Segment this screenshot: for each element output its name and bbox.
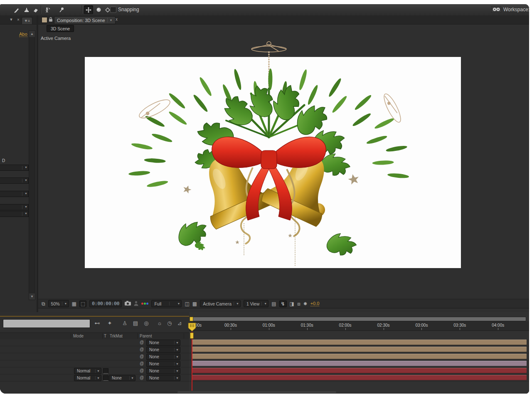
timeline-layer-row[interactable]: Normal▼None▼@None▼: [0, 374, 189, 382]
left-panel-scrollbar[interactable]: ▲ ▼: [29, 30, 35, 300]
frame-blending-icon[interactable]: ▤: [131, 319, 140, 327]
layer-duration-bar[interactable]: [192, 347, 527, 352]
pixel-aspect-icon[interactable]: ◫: [185, 301, 189, 306]
motion-blur-icon[interactable]: ◎: [141, 319, 151, 327]
transparency-grid-icon[interactable]: ▩: [192, 301, 197, 306]
workspace-icon[interactable]: [491, 5, 502, 13]
comp-flowchart-icon[interactable]: ⧈: [297, 301, 300, 306]
layer-duration-bar[interactable]: [192, 368, 527, 373]
mode-dropdown[interactable]: Normal▼: [74, 375, 101, 381]
view-layout-dropdown[interactable]: 1 View▼: [244, 300, 268, 307]
current-time-indicator[interactable]: [187, 323, 197, 332]
parent-dropdown[interactable]: None▼: [146, 375, 180, 381]
parent-dropdown[interactable]: None▼: [146, 361, 180, 367]
layer-duration-bar[interactable]: [192, 340, 527, 345]
t-toggle[interactable]: [103, 375, 108, 381]
cti-line[interactable]: [192, 332, 192, 391]
eraser-tool-button[interactable]: [32, 6, 40, 14]
snapshot-camera-icon[interactable]: [125, 301, 131, 306]
in-point-marker[interactable]: [190, 332, 194, 339]
timeline-layer-row[interactable]: @None▼: [0, 353, 189, 360]
local-axis-mode-button[interactable]: [84, 5, 93, 14]
roto-brush-tool-button[interactable]: [43, 6, 52, 14]
about-link[interactable]: Abo: [19, 32, 27, 37]
work-area-start-handle[interactable]: [190, 317, 193, 321]
time-ruler[interactable]: 00s00:30s01:00s01:30s02:00s02:30s03:00s0…: [189, 321, 529, 331]
hide-shy-layers-icon[interactable]: ♙: [120, 319, 130, 327]
panel-menu-icon[interactable]: ▼≡: [22, 17, 32, 24]
scroll-up-icon[interactable]: ▲: [29, 31, 35, 37]
layer-duration-bar[interactable]: [192, 375, 527, 380]
timeline-panel-icon[interactable]: ◨: [290, 301, 294, 306]
t-column-header[interactable]: T: [104, 334, 106, 338]
lock-icon[interactable]: [48, 17, 53, 24]
effect-dropdown[interactable]: ▼: [0, 211, 29, 217]
ruler-tick-label: 00:30s: [224, 323, 237, 328]
parent-pickwhip-icon[interactable]: @: [140, 340, 144, 345]
composition-viewer[interactable]: [85, 35, 461, 274]
auto-keyframe-icon[interactable]: ◷: [165, 319, 175, 327]
trkmat-dropdown[interactable]: None▼: [109, 375, 135, 381]
parent-pickwhip-icon[interactable]: @: [140, 368, 144, 373]
trkmat-column-header[interactable]: TrkMat: [110, 334, 123, 338]
comp-name-chip[interactable]: 3D Scene: [47, 25, 74, 32]
mode-column-header[interactable]: Mode: [73, 334, 84, 338]
effect-dropdown[interactable]: ▼: [0, 204, 29, 210]
exposure-value[interactable]: +0.0: [310, 301, 320, 306]
clone-stamp-tool-button[interactable]: [22, 6, 31, 14]
timeline-search-field[interactable]: [3, 319, 90, 328]
work-area-bar[interactable]: [192, 317, 526, 321]
parent-column-header[interactable]: Parent: [140, 334, 152, 338]
current-timecode[interactable]: 0:00:00:00: [89, 300, 122, 307]
resolution-dropdown[interactable]: Full▼: [151, 300, 182, 307]
flowchart-icon[interactable]: ⧉: [42, 301, 45, 306]
brainstorm-icon[interactable]: ☼: [155, 319, 165, 327]
parent-dropdown[interactable]: None▼: [146, 347, 180, 353]
effect-dropdown[interactable]: ▼: [0, 191, 29, 197]
parent-pickwhip-icon[interactable]: @: [140, 354, 144, 359]
magnification-dropdown[interactable]: 50%▼: [48, 300, 69, 307]
parent-dropdown[interactable]: None▼: [146, 368, 180, 374]
timeline-layer-row[interactable]: Normal▼@None▼: [0, 367, 189, 374]
grid-guides-icon[interactable]: ▦: [72, 301, 76, 306]
panel-close-icon[interactable]: ×: [16, 17, 21, 22]
tab-close-icon[interactable]: x: [116, 17, 118, 22]
fast-previews-icon[interactable]: ↯: [279, 300, 287, 307]
world-axis-mode-button[interactable]: [94, 5, 103, 14]
camera-view-dropdown[interactable]: Active Camera▼: [200, 300, 241, 307]
show-channels-icon[interactable]: [141, 303, 148, 305]
effect-dropdown[interactable]: ▼: [0, 177, 29, 184]
layer-duration-bar[interactable]: [192, 361, 527, 366]
hanger-wireframe[interactable]: [251, 42, 286, 52]
region-of-interest-icon[interactable]: ⬚: [79, 300, 86, 307]
layer-duration-bar[interactable]: [192, 354, 527, 359]
composition-tab[interactable]: Composition: 3D Scene ▼: [54, 16, 116, 24]
effect-dropdown[interactable]: ▼: [0, 165, 29, 171]
parent-pickwhip-icon[interactable]: @: [140, 347, 144, 352]
graph-editor-icon[interactable]: ⊿: [175, 319, 185, 327]
title-action-safe-icon[interactable]: ▤: [271, 301, 276, 306]
parent-pickwhip-icon[interactable]: @: [140, 361, 144, 366]
parent-dropdown[interactable]: None▼: [146, 340, 180, 346]
ruler-tick-mark: [498, 328, 498, 330]
timeline-layer-row[interactable]: @None▼: [0, 360, 189, 367]
snapping-label: Snapping: [118, 7, 139, 12]
scroll-down-icon[interactable]: ▼: [29, 293, 35, 300]
parent-dropdown[interactable]: None▼: [146, 354, 180, 360]
exposure-icon[interactable]: ✸: [303, 301, 308, 306]
horizontal-scrollbar[interactable]: [177, 391, 336, 393]
panel-dropdown-icon[interactable]: ▼: [7, 17, 15, 22]
timeline-layer-row[interactable]: @None▼: [0, 346, 189, 353]
workspace-label[interactable]: Workspace:: [503, 7, 529, 12]
show-snapshot-icon[interactable]: [134, 301, 138, 307]
brush-tool-button[interactable]: [12, 6, 21, 14]
mode-dropdown[interactable]: Normal▼: [74, 368, 101, 374]
t-toggle[interactable]: [103, 368, 108, 374]
mini-flowchart-icon[interactable]: ⊷: [92, 319, 102, 327]
timeline-layer-row[interactable]: @None▼: [0, 339, 189, 346]
puppet-pin-tool-button[interactable]: [57, 6, 66, 14]
snapping-checkbox[interactable]: [110, 7, 116, 13]
draft-3d-icon[interactable]: ✦: [105, 319, 115, 327]
tab-dropdown-icon[interactable]: ▼: [110, 19, 113, 22]
parent-pickwhip-icon[interactable]: @: [140, 375, 144, 380]
